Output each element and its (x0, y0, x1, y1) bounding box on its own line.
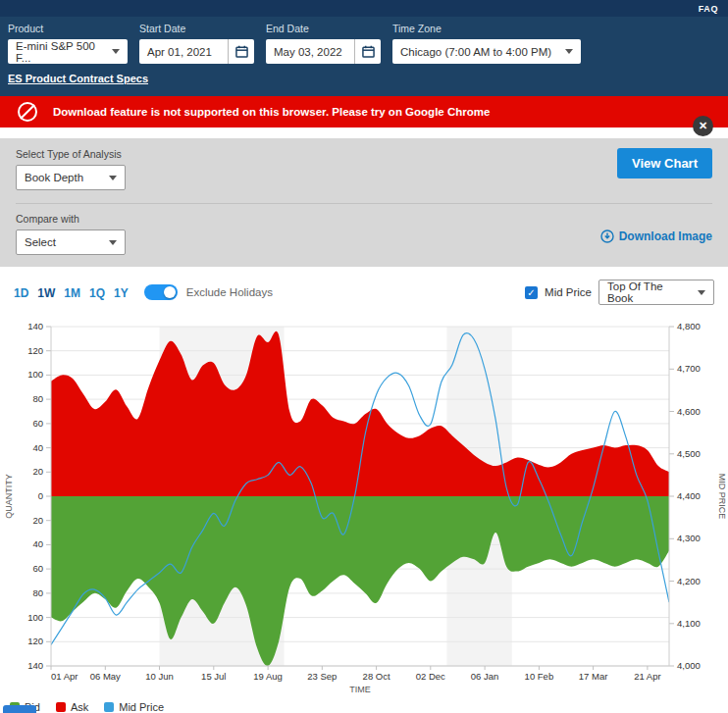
svg-text:60: 60 (32, 418, 43, 429)
calendar-icon[interactable] (354, 39, 381, 64)
faq-link[interactable]: FAQ (699, 4, 718, 14)
svg-text:40: 40 (32, 538, 43, 549)
right-controls: ✓ Mid Price Top Of The Book (525, 280, 714, 305)
svg-text:TIME: TIME (349, 685, 371, 694)
start-date-input[interactable]: Apr 01, 2021 (139, 39, 254, 64)
top-bar: FAQ (0, 0, 728, 17)
compare-select-value: Select (25, 236, 56, 248)
svg-text:4,000: 4,000 (677, 660, 701, 671)
legend-item-ask[interactable]: Ask (56, 701, 88, 713)
chart-section: 1D1W1M1Q1Y Exclude Holidays ✓ Mid Price … (0, 267, 728, 713)
range-selector: 1D1W1M1Q1Y (14, 283, 137, 301)
svg-text:01 Apr: 01 Apr (51, 671, 78, 682)
calendar-icon[interactable] (228, 39, 254, 64)
svg-text:80: 80 (32, 393, 43, 404)
svg-text:23 Sep: 23 Sep (307, 671, 337, 682)
analysis-type-label: Select Type of Analysis (16, 148, 712, 160)
svg-text:20: 20 (32, 515, 43, 526)
svg-text:120: 120 (27, 636, 43, 646)
svg-text:06 Jan: 06 Jan (471, 671, 499, 682)
legend-item-mid-price[interactable]: Mid Price (104, 701, 164, 713)
compare-with-label: Compare with (16, 213, 712, 225)
svg-text:4,300: 4,300 (677, 533, 701, 543)
mid-price-checkbox[interactable]: ✓ (525, 286, 538, 299)
legend-label: Mid Price (119, 701, 164, 713)
svg-text:4,500: 4,500 (677, 448, 701, 459)
chart-controls: 1D1W1M1Q1Y Exclude Holidays ✓ Mid Price … (0, 280, 728, 305)
end-date-input[interactable]: May 03, 2022 (266, 39, 381, 64)
range-1q[interactable]: 1Q (89, 286, 105, 300)
book-depth-analytics-page: { "header": { "faq": "FAQ", "fields": { … (0, 0, 728, 713)
chevron-down-icon (112, 49, 120, 54)
start-date-value: Apr 01, 2021 (139, 46, 228, 58)
header: FAQ Product E-mini S&P 500 F... Start Da… (0, 0, 728, 96)
svg-text:140: 140 (27, 321, 43, 331)
analysis-row: Select Type of Analysis Book Depth View … (16, 148, 712, 190)
svg-text:10 Jun: 10 Jun (145, 671, 174, 682)
svg-text:4,200: 4,200 (677, 576, 701, 586)
svg-text:4,600: 4,600 (677, 406, 701, 417)
end-date-label: End Date (266, 23, 381, 34)
legend-swatch (104, 702, 114, 712)
product-select-value: E-mini S&P 500 F... (16, 40, 104, 64)
exclude-holidays-label: Exclude Holidays (186, 286, 273, 298)
svg-text:120: 120 (27, 345, 43, 356)
svg-text:MID PRICE: MID PRICE (717, 474, 727, 520)
time-zone-label: Time Zone (392, 23, 581, 34)
svg-text:21 Apr: 21 Apr (634, 671, 660, 682)
svg-text:4,700: 4,700 (677, 363, 701, 374)
svg-text:4,400: 4,400 (677, 490, 701, 501)
view-chart-button[interactable]: View Chart (617, 148, 712, 178)
end-date-value: May 03, 2022 (266, 46, 354, 58)
chevron-down-icon (698, 290, 705, 295)
range-1w[interactable]: 1W (37, 286, 55, 300)
partial-button[interactable] (3, 705, 36, 713)
svg-text:QUANTITY: QUANTITY (4, 474, 14, 519)
book-depth-chart[interactable]: 140120100806040200204060801001201404,000… (0, 305, 728, 695)
start-date-field: Start Date Apr 01, 2021 (139, 23, 254, 64)
book-select[interactable]: Top Of The Book (598, 280, 714, 305)
browser-warning-banner: Download feature is not supported on thi… (0, 96, 728, 127)
warning-message: Download feature is not supported on thi… (53, 106, 490, 118)
analysis-select-value: Book Depth (25, 172, 83, 183)
end-date-field: End Date May 03, 2022 (266, 23, 381, 64)
spacer (0, 127, 728, 138)
chevron-down-icon (109, 240, 117, 245)
legend-label: Ask (71, 701, 88, 713)
svg-text:19 Aug: 19 Aug (253, 671, 283, 682)
svg-text:60: 60 (32, 563, 43, 574)
timezone-select-value: Chicago (7:00 AM to 4:00 PM) (400, 46, 551, 58)
svg-text:06 May: 06 May (90, 671, 121, 682)
svg-text:15 Jul: 15 Jul (201, 671, 226, 682)
svg-text:20: 20 (32, 466, 43, 477)
range-1m[interactable]: 1M (64, 286, 80, 300)
contract-specs-link[interactable]: ES Product Contract Specs (8, 73, 148, 84)
product-label: Product (8, 23, 128, 34)
svg-text:140: 140 (27, 660, 43, 671)
time-zone-field: Time Zone Chicago (7:00 AM to 4:00 PM) (392, 23, 581, 64)
query-form: Product E-mini S&P 500 F... Start Date A… (0, 17, 728, 64)
range-1d[interactable]: 1D (14, 286, 28, 300)
svg-text:10 Feb: 10 Feb (525, 671, 554, 682)
svg-text:40: 40 (32, 442, 43, 453)
download-image-link[interactable]: Download Image (600, 229, 712, 243)
range-1y[interactable]: 1Y (114, 286, 129, 300)
svg-text:17 Mar: 17 Mar (579, 671, 608, 682)
analysis-select[interactable]: Book Depth (16, 165, 126, 190)
book-select-value: Top Of The Book (607, 280, 690, 304)
close-icon[interactable]: ✕ (693, 116, 713, 136)
compare-row: Compare with Select Download Image (16, 203, 712, 255)
compare-select[interactable]: Select (16, 229, 126, 255)
analysis-panel: Select Type of Analysis Book Depth View … (0, 138, 728, 267)
toggle-knob (164, 286, 176, 298)
svg-text:4,100: 4,100 (677, 618, 701, 629)
svg-text:100: 100 (27, 612, 43, 623)
start-date-label: Start Date (139, 23, 254, 34)
svg-text:4,800: 4,800 (677, 321, 701, 331)
timezone-select[interactable]: Chicago (7:00 AM to 4:00 PM) (392, 39, 581, 64)
product-field: Product E-mini S&P 500 F... (8, 23, 128, 64)
exclude-holidays-toggle[interactable] (144, 284, 178, 300)
download-image-label: Download Image (619, 229, 712, 243)
product-select[interactable]: E-mini S&P 500 F... (8, 39, 128, 64)
svg-text:80: 80 (32, 587, 43, 598)
